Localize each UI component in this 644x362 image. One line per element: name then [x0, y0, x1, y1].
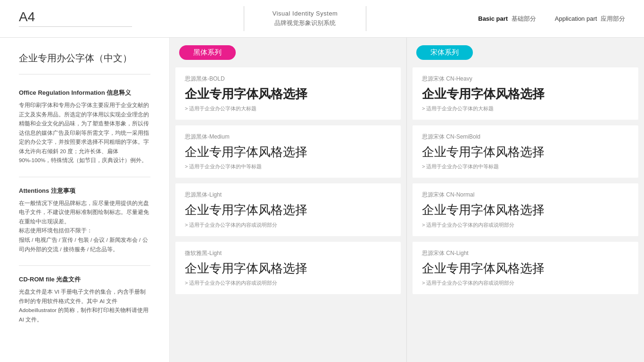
songti-heavy-card: 思源宋体 CN-Heavy 企业专用字体风格选择 适用于企业办公字体的大标题 — [413, 67, 638, 120]
songti-semibold-desc: 适用于企业办公字体的中等标题 — [422, 163, 629, 170]
songti-pill: 宋体系列 — [416, 45, 473, 60]
yahei-light-demo: 企业专用字体风格选择 — [185, 261, 391, 276]
heiti-bold-card: 思源黑体-BOLD 企业专用字体风格选择 适用于企业办公字体的大标题 — [175, 67, 401, 120]
songti-heavy-demo: 企业专用字体风格选择 — [422, 87, 629, 101]
header-line-divider — [19, 26, 132, 27]
section-cdrom-title: CD-ROM file 光盘文件 — [19, 275, 150, 284]
heiti-medium-card: 思源黑体-Medium 企业专用字体风格选择 适用于企业办公字体的中等标题 — [175, 125, 401, 178]
section-attentions-title: Attentions 注意事项 — [19, 187, 150, 195]
songti-normal-desc: 适用于企业办公字体的内容或说明部分 — [422, 222, 629, 229]
yahei-light-desc: 适用于企业办公字体的内容或说明部分 — [185, 280, 391, 287]
brand-title-en: Visual Identity System — [272, 10, 338, 17]
section-cdrom-body: 光盘文件是本 VI 手册电子文件的集合，内含手册制作时的专用软件格式文件。其中 … — [19, 288, 150, 324]
sidebar: 企业专用办公字体（中文） Office Regulation Informati… — [0, 38, 170, 362]
heiti-medium-desc: 适用于企业办公字体的中等标题 — [185, 163, 391, 170]
songti-semibold-name: 思源宋体 CN-SemiBold — [422, 133, 629, 141]
font-columns: 黑体系列 思源黑体-BOLD 企业专用字体风格选择 适用于企业办公字体的大标题 … — [170, 38, 644, 362]
page-label: A4 — [19, 10, 132, 24]
songti-light-card: 思源宋体 CN-Light 企业专用字体风格选择 适用于企业办公字体的内容或说明… — [413, 242, 638, 294]
songti-light-name: 思源宋体 CN-Light — [422, 249, 629, 257]
main-layout: 企业专用办公字体（中文） Office Regulation Informati… — [0, 38, 644, 362]
sidebar-divider-2 — [19, 265, 150, 266]
songti-semibold-card: 思源宋体 CN-SemiBold 企业专用字体风格选择 适用于企业办公字体的中等… — [413, 125, 638, 178]
heiti-light-demo: 企业专用字体风格选择 — [185, 203, 391, 217]
songti-light-desc: 适用于企业办公字体的内容或说明部分 — [422, 280, 629, 287]
header-left: A4 — [19, 10, 132, 27]
songti-normal-demo: 企业专用字体风格选择 — [422, 203, 629, 217]
heiti-bold-name: 思源黑体-BOLD — [185, 75, 391, 83]
heiti-pill: 黑体系列 — [179, 45, 236, 60]
heiti-medium-demo: 企业专用字体风格选择 — [185, 145, 391, 159]
songti-normal-name: 思源宋体 CN-Normal — [422, 191, 629, 199]
sidebar-title: 企业专用办公字体（中文） — [19, 52, 150, 74]
songti-column: 宋体系列 思源宋体 CN-Heavy 企业专用字体风格选择 适用于企业办公字体的… — [407, 38, 644, 362]
nav-app-en: Application part — [555, 15, 597, 22]
section-regulation-body: 专用印刷字体和专用办公字体主要应用于企业文献的正文及实务用品。所选定的字体用以实… — [19, 101, 150, 165]
content-area: 黑体系列 思源黑体-BOLD 企业专用字体风格选择 适用于企业办公字体的大标题 … — [170, 38, 644, 362]
header-center: Visual Identity System 品牌视觉形象识别系统 — [244, 6, 367, 31]
nav-basic-part[interactable]: Basic part 基础部分 — [478, 15, 536, 23]
section-attentions-body: 在一般情况下使用品牌标志，应尽量使用提供的光盘电子文件，不建议使用标准制图绘制标… — [19, 199, 150, 254]
songti-semibold-demo: 企业专用字体风格选择 — [422, 145, 629, 159]
songti-header: 宋体系列 — [407, 38, 644, 67]
heiti-light-desc: 适用于企业办公字体的内容或说明部分 — [185, 222, 391, 229]
nav-basic-en: Basic part — [478, 15, 508, 22]
sidebar-section-cdrom: CD-ROM file 光盘文件 光盘文件是本 VI 手册电子文件的集合，内含手… — [19, 275, 150, 324]
heiti-medium-name: 思源黑体-Medium — [185, 133, 391, 141]
songti-heavy-desc: 适用于企业办公字体的大标题 — [422, 105, 629, 112]
header-nav: Basic part 基础部分 Application part 应用部分 — [478, 15, 625, 23]
songti-light-demo: 企业专用字体风格选择 — [422, 261, 629, 276]
nav-basic-cn: 基础部分 — [512, 15, 536, 22]
sidebar-divider-1 — [19, 177, 150, 177]
songti-cards: 思源宋体 CN-Heavy 企业专用字体风格选择 适用于企业办公字体的大标题 思… — [407, 67, 644, 362]
heiti-light-card: 思源黑体-Light 企业专用字体风格选择 适用于企业办公字体的内容或说明部分 — [175, 183, 401, 236]
heiti-light-name: 思源黑体-Light — [185, 191, 391, 199]
sidebar-section-regulation: Office Regulation Information 信息释义 专用印刷字… — [19, 89, 150, 165]
yahei-light-card: 微软雅黑-Light 企业专用字体风格选择 适用于企业办公字体的内容或说明部分 — [175, 242, 401, 294]
sidebar-section-attentions: Attentions 注意事项 在一般情况下使用品牌标志，应尽量使用提供的光盘电… — [19, 187, 150, 254]
nav-application-part[interactable]: Application part 应用部分 — [555, 15, 625, 23]
page-header: A4 Visual Identity System 品牌视觉形象识别系统 Bas… — [0, 0, 644, 38]
nav-app-cn: 应用部分 — [601, 15, 625, 22]
heiti-cards: 思源黑体-BOLD 企业专用字体风格选择 适用于企业办公字体的大标题 思源黑体-… — [170, 67, 406, 362]
section-regulation-title: Office Regulation Information 信息释义 — [19, 89, 150, 97]
songti-normal-card: 思源宋体 CN-Normal 企业专用字体风格选择 适用于企业办公字体的内容或说… — [413, 183, 638, 236]
heiti-header: 黑体系列 — [170, 38, 406, 67]
yahei-light-name: 微软雅黑-Light — [185, 249, 391, 257]
songti-heavy-name: 思源宋体 CN-Heavy — [422, 75, 629, 83]
heiti-column: 黑体系列 思源黑体-BOLD 企业专用字体风格选择 适用于企业办公字体的大标题 … — [170, 38, 407, 362]
brand-title-cn: 品牌视觉形象识别系统 — [274, 19, 336, 27]
heiti-bold-desc: 适用于企业办公字体的大标题 — [185, 105, 391, 112]
heiti-bold-demo: 企业专用字体风格选择 — [185, 87, 391, 101]
